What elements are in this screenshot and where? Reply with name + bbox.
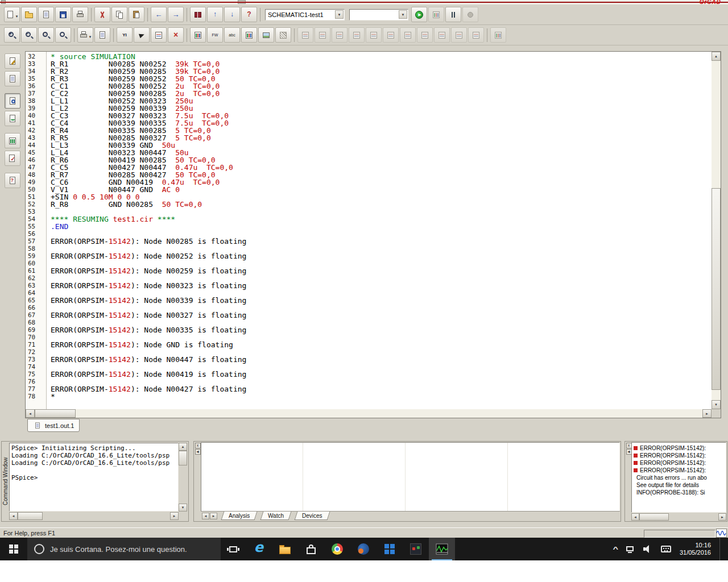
cursor-point-button[interactable]	[383, 27, 399, 43]
scroll-left-arrow-icon[interactable]	[631, 513, 639, 521]
tab-analysis[interactable]: Analysis	[221, 512, 258, 520]
mark-data-points-button[interactable]	[151, 27, 167, 43]
move-up-button[interactable]	[207, 7, 223, 22]
view-output-file-button[interactable]	[5, 93, 20, 109]
tab-scroll-right-icon[interactable]	[210, 513, 217, 519]
message-item[interactable]: INFO(ORPROBE-3188): Si	[632, 489, 726, 496]
toggle-cursor-button[interactable]	[134, 27, 150, 43]
save-button[interactable]	[55, 7, 71, 22]
add-trace-button[interactable]	[190, 27, 206, 43]
cursor-peak-button[interactable]	[297, 27, 313, 43]
performance-analysis-button[interactable]	[275, 27, 291, 43]
message-item[interactable]: ERROR(ORPSIM-15142):	[632, 452, 726, 459]
cut-button[interactable]	[94, 7, 110, 22]
message-item[interactable]: Circuit has errors ... run abo	[632, 474, 726, 481]
taskbar-icon-store[interactable]	[298, 538, 324, 560]
taskbar-icon-browser[interactable]	[350, 538, 377, 560]
tab-devices[interactable]: Devices	[295, 512, 330, 520]
zoom-area-button[interactable]: □	[38, 27, 54, 43]
scroll-down-arrow-icon[interactable]	[179, 504, 187, 512]
zoom-in-button[interactable]: +	[4, 27, 20, 43]
cursor-slope-button[interactable]	[332, 27, 348, 43]
cursor-previous-transition-button[interactable]	[434, 27, 450, 43]
simulation-profile-combo[interactable]: SCHEMATIC1-test1	[265, 9, 345, 20]
network-icon[interactable]	[626, 545, 635, 553]
taskbar-icon-orcad-capture[interactable]	[403, 538, 429, 560]
taskbar-clock[interactable]: 10:16 31/05/2016	[680, 542, 711, 556]
analysis-content-area[interactable]	[201, 442, 620, 512]
text-label-button[interactable]	[224, 27, 240, 43]
close-icon[interactable]: x	[195, 443, 201, 448]
scroll-up-arrow-icon[interactable]	[179, 443, 187, 451]
simulation-queue-button[interactable]	[190, 7, 206, 22]
editor-hscroll-track[interactable]	[35, 409, 702, 418]
scroll-left-arrow-icon[interactable]	[9, 512, 18, 520]
message-item[interactable]: ERROR(ORPSIM-15142):	[632, 459, 726, 467]
help-button[interactable]	[241, 7, 257, 22]
editor-vscroll-thumb[interactable]	[712, 188, 721, 390]
copy-button[interactable]	[111, 7, 127, 22]
stop-button[interactable]	[462, 7, 478, 22]
view-measurement-button[interactable]	[490, 27, 506, 43]
command-window-output[interactable]: PSpice> Initializing Scripting...Loading…	[9, 443, 179, 512]
start-button[interactable]	[0, 538, 27, 560]
cursor-search-button[interactable]	[400, 27, 416, 43]
view-simulation-queue-button[interactable]	[5, 133, 20, 148]
view-results-button[interactable]	[428, 7, 444, 22]
message-panel-hscroll-thumb[interactable]	[639, 513, 669, 521]
pause-button[interactable]	[445, 7, 461, 22]
undo-button[interactable]	[151, 7, 167, 22]
taskbar-icon-app-grid[interactable]	[377, 538, 403, 560]
view-circuit-file-button[interactable]	[5, 53, 20, 69]
combo-dropdown-icon[interactable]	[399, 10, 407, 19]
print-button[interactable]	[72, 7, 88, 22]
collapse-left-icon[interactable]: ◄	[626, 449, 632, 455]
cursor-next-transition-button[interactable]	[417, 27, 433, 43]
taskbar-icon-file-explorer[interactable]	[272, 538, 298, 560]
zoom-fit-button[interactable]	[55, 27, 71, 43]
message-item[interactable]: ERROR(ORPSIM-15142):	[632, 467, 726, 474]
touch-keyboard-icon[interactable]	[661, 546, 671, 552]
combo-dropdown-icon[interactable]	[335, 10, 344, 19]
command-window-hscroll-thumb[interactable]	[18, 512, 43, 520]
view-output-window-button[interactable]	[5, 151, 20, 166]
eval-goal-function-button[interactable]	[451, 27, 467, 43]
editor-vertical-scrollbar[interactable]	[712, 52, 721, 409]
fourier-button[interactable]	[207, 27, 223, 43]
cursor-max-button[interactable]	[366, 27, 382, 43]
taskbar-icon-edge[interactable]	[246, 538, 272, 560]
view-netlist-button[interactable]	[5, 71, 20, 86]
cursor-trough-button[interactable]	[315, 27, 330, 43]
tray-expand-icon[interactable]	[613, 546, 618, 552]
document-tab[interactable]: test1.out.1	[27, 419, 80, 432]
append-file-button[interactable]	[38, 7, 54, 22]
log-x-axis-button[interactable]	[241, 27, 257, 43]
add-y-axis-button[interactable]	[117, 27, 133, 43]
redo-button[interactable]	[168, 7, 184, 22]
scroll-up-arrow-icon[interactable]	[712, 52, 721, 61]
view-command-window-button[interactable]	[5, 173, 20, 188]
cortana-search-box[interactable]: Je suis Cortana. Posez-moi une question.	[27, 538, 221, 560]
view-simulation-results-button[interactable]	[5, 111, 20, 126]
taskbar-icon-chrome[interactable]	[324, 538, 350, 560]
move-down-button[interactable]	[224, 7, 240, 22]
copy-plot-button[interactable]	[77, 27, 93, 43]
task-view-button[interactable]	[221, 538, 246, 560]
insert-picture-button[interactable]	[258, 27, 274, 43]
zoom-out-button[interactable]: −	[21, 27, 37, 43]
mark-label-button[interactable]	[468, 27, 484, 43]
editor-text-area[interactable]: 32* source SIMULATION33R_R1 N00285 N0025…	[26, 53, 711, 409]
output-file-editor[interactable]: 32* source SIMULATION33R_R1 N00285 N0025…	[25, 51, 721, 418]
message-item[interactable]: See output file for details	[632, 481, 726, 489]
run-button[interactable]	[411, 7, 427, 22]
cursor-min-button[interactable]	[349, 27, 365, 43]
new-file-button[interactable]	[4, 7, 20, 22]
editor-hscroll-thumb[interactable]	[35, 409, 76, 418]
scroll-right-arrow-icon[interactable]	[718, 513, 726, 521]
paste-button[interactable]	[129, 7, 144, 22]
show-desktop-button[interactable]	[719, 538, 722, 560]
message-list[interactable]: ERROR(ORPSIM-15142):ERROR(ORPSIM-15142):…	[631, 442, 726, 513]
scroll-right-arrow-icon[interactable]	[170, 512, 179, 520]
editor-horizontal-scrollbar[interactable]	[26, 409, 712, 418]
scroll-left-arrow-icon[interactable]	[26, 409, 35, 418]
